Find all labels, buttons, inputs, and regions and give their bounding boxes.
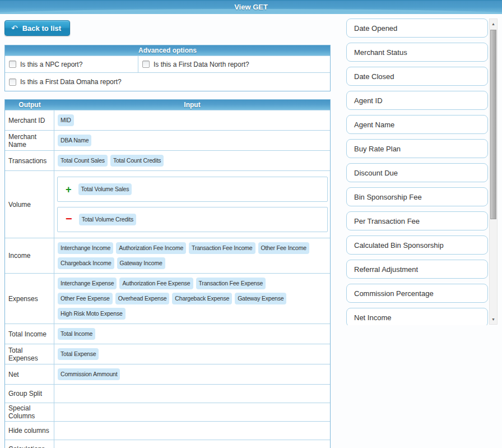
row-output-label: Income bbox=[5, 238, 54, 273]
scroll-up-icon[interactable]: ▲ bbox=[490, 20, 497, 28]
field-chip[interactable]: MID bbox=[58, 114, 74, 126]
palette-item[interactable]: Merchant Status bbox=[346, 43, 488, 62]
mapping-row: Volume+Total Volume Sales−Total Volume C… bbox=[5, 170, 330, 238]
row-input-cell bbox=[54, 403, 330, 421]
input-column-header: Input bbox=[54, 100, 330, 110]
chip-line: Interchange ExpenseAuthorization Fee Exp… bbox=[58, 278, 329, 289]
row-input-cell: DBA Name bbox=[54, 131, 330, 150]
chip-line: High Risk Moto Expense bbox=[58, 308, 329, 320]
scroll-down-icon[interactable]: ▼ bbox=[490, 315, 497, 324]
chip-line: Commission Ammount bbox=[58, 368, 329, 380]
field-chip[interactable]: Chargeback Income bbox=[58, 257, 114, 269]
row-input-cell bbox=[54, 440, 330, 448]
checkbox-label: Is this a First Data North report? bbox=[154, 61, 249, 68]
row-output-label: Expenses bbox=[5, 274, 54, 324]
palette-item[interactable]: Net Income bbox=[346, 308, 488, 325]
field-chip[interactable]: DBA Name bbox=[58, 135, 91, 146]
chip-line: Total Expense bbox=[58, 348, 329, 360]
row-output-label: Special Columns bbox=[5, 403, 54, 421]
chip-line: Chargeback IncomeGateway Income bbox=[58, 257, 329, 269]
field-chip[interactable]: Other Fee Expense bbox=[58, 293, 113, 304]
advanced-options-title: Advanced options bbox=[5, 45, 330, 56]
palette-item[interactable]: Bin Sponsorship Fee bbox=[346, 187, 488, 206]
chip-line: MID bbox=[58, 114, 329, 126]
report-checkbox[interactable] bbox=[9, 78, 16, 86]
palette-item[interactable]: Commission Percentage bbox=[346, 284, 488, 303]
row-output-label: Total Expenses bbox=[5, 344, 54, 364]
field-chip[interactable]: Total Count Credits bbox=[110, 155, 164, 167]
row-input-cell: Commission Ammount bbox=[54, 364, 330, 384]
field-chip[interactable]: High Risk Moto Expense bbox=[58, 308, 125, 320]
mapping-row: Merchant NameDBA Name bbox=[5, 130, 330, 150]
checkbox-label: Is this a NPC report? bbox=[20, 61, 82, 68]
scrollbar-thumb[interactable] bbox=[490, 30, 496, 219]
palette-item[interactable]: Agent Name bbox=[346, 115, 488, 134]
row-output-label: Merchant ID bbox=[5, 110, 54, 130]
mapping-row: NetCommission Ammount bbox=[5, 364, 330, 384]
operator-group: −Total Volume Credits bbox=[57, 207, 328, 232]
row-output-label: Total Income bbox=[5, 324, 54, 344]
palette-item[interactable]: Date Closed bbox=[346, 67, 488, 86]
output-column-header: Output bbox=[5, 100, 54, 110]
back-arrow-icon: ↶ bbox=[11, 24, 18, 32]
report-checkbox[interactable] bbox=[9, 61, 16, 68]
mapping-row: Merchant IDMID bbox=[5, 110, 330, 130]
back-to-list-button[interactable]: ↶ Back to list bbox=[4, 20, 70, 36]
checkbox-label: Is this a First Data Omaha report? bbox=[20, 78, 122, 86]
row-input-cell bbox=[54, 422, 330, 440]
palette-item[interactable]: Agent ID bbox=[346, 91, 488, 110]
mapping-table: Output Input Merchant IDMIDMerchant Name… bbox=[4, 99, 331, 448]
field-chip[interactable]: Total Volume Sales bbox=[78, 183, 132, 195]
row-input-cell: Interchange ExpenseAuthorization Fee Exp… bbox=[54, 274, 330, 324]
field-chip[interactable]: Total Count Sales bbox=[58, 155, 108, 167]
palette-item[interactable]: Referral Adjustment bbox=[346, 260, 488, 279]
palette-item[interactable]: Date Opened bbox=[346, 19, 488, 38]
advanced-option-cell: Is this a NPC report? bbox=[5, 56, 138, 72]
field-chip[interactable]: Chargeback Expense bbox=[172, 293, 232, 304]
field-chip[interactable]: Other Fee Income bbox=[258, 242, 309, 254]
mapping-row: Hide columns bbox=[5, 421, 330, 440]
mapping-table-body: Merchant IDMIDMerchant NameDBA NameTrans… bbox=[5, 110, 330, 448]
field-chip[interactable]: Authorization Fee Income bbox=[116, 242, 186, 254]
palette-scrollbar[interactable]: ▲ ▼ bbox=[489, 19, 498, 325]
operator-group: +Total Volume Sales bbox=[57, 177, 328, 202]
row-output-label: Net bbox=[5, 364, 54, 384]
field-chip[interactable]: Transaction Fee Expense bbox=[196, 278, 266, 289]
row-output-label: Transactions bbox=[5, 151, 54, 170]
row-input-cell: +Total Volume Sales−Total Volume Credits bbox=[54, 171, 330, 238]
field-chip[interactable]: Interchange Income bbox=[58, 242, 113, 254]
palette-item[interactable]: Buy Rate Plan bbox=[346, 139, 488, 158]
field-chip[interactable]: Interchange Expense bbox=[58, 278, 117, 289]
field-chip[interactable]: Authorization Fee Expense bbox=[119, 278, 193, 289]
report-checkbox[interactable] bbox=[142, 61, 150, 68]
row-output-label: Merchant Name bbox=[5, 131, 54, 150]
field-chip[interactable]: Transaction Fee Income bbox=[189, 242, 255, 254]
palette-item[interactable]: Per Transaction Fee bbox=[346, 211, 488, 230]
field-chip[interactable]: Gateway Expense bbox=[235, 293, 286, 304]
field-chip[interactable]: Total Expense bbox=[58, 348, 99, 360]
plus-icon: + bbox=[66, 184, 72, 195]
field-chip[interactable]: Total Income bbox=[58, 328, 95, 340]
mapping-row: TransactionsTotal Count SalesTotal Count… bbox=[5, 150, 330, 170]
field-chip[interactable]: Overhead Expense bbox=[115, 293, 170, 304]
back-button-label: Back to list bbox=[22, 24, 61, 33]
mapping-row: Total IncomeTotal Income bbox=[5, 324, 330, 344]
palette-item[interactable]: Calculated Bin Sponsorship bbox=[346, 235, 488, 255]
advanced-option-cell: Is this a First Data Omaha report? bbox=[5, 72, 330, 91]
chip-line: Interchange IncomeAuthorization Fee Inco… bbox=[58, 242, 329, 254]
palette-item[interactable]: Discount Due bbox=[346, 163, 488, 182]
row-output-label: Hide columns bbox=[5, 422, 54, 440]
row-input-cell bbox=[54, 385, 330, 403]
chip-line: DBA Name bbox=[58, 135, 329, 146]
field-chip[interactable]: Commission Ammount bbox=[58, 368, 120, 380]
row-input-cell: MID bbox=[54, 110, 330, 130]
mapping-row: IncomeInterchange IncomeAuthorization Fe… bbox=[5, 238, 330, 273]
mapping-table-header: Output Input bbox=[5, 100, 330, 110]
mapping-row: Special Columns bbox=[5, 403, 330, 421]
field-chip[interactable]: Total Volume Credits bbox=[79, 214, 136, 225]
page-title: View GET bbox=[0, 3, 502, 11]
row-input-cell: Total Expense bbox=[54, 344, 330, 364]
mapping-row: Calculations bbox=[5, 440, 330, 448]
field-chip[interactable]: Gateway Income bbox=[117, 257, 165, 269]
field-palette: Date OpenedMerchant StatusDate ClosedAge… bbox=[346, 19, 488, 325]
